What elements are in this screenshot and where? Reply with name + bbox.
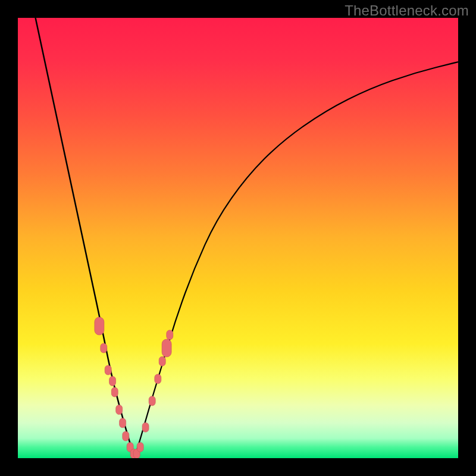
data-marker (111, 387, 118, 397)
data-marker (167, 330, 173, 340)
data-marker (155, 374, 161, 384)
curve-right-branch (134, 62, 458, 458)
marker-group (95, 317, 173, 458)
data-marker (123, 431, 129, 441)
data-marker (101, 343, 107, 353)
data-marker (105, 365, 111, 375)
curve-layer (18, 18, 458, 458)
data-marker (137, 443, 143, 452)
data-marker (162, 339, 171, 357)
data-marker (159, 356, 165, 366)
data-marker (120, 418, 126, 428)
data-marker (149, 396, 155, 406)
watermark-text: TheBottleneck.com (345, 2, 469, 19)
chart-frame: TheBottleneck.com (0, 0, 476, 476)
plot-area (18, 18, 458, 458)
data-marker (142, 422, 149, 432)
data-marker (95, 317, 104, 335)
data-marker (109, 377, 116, 386)
data-marker (116, 405, 123, 415)
curve-left-branch (36, 18, 135, 458)
